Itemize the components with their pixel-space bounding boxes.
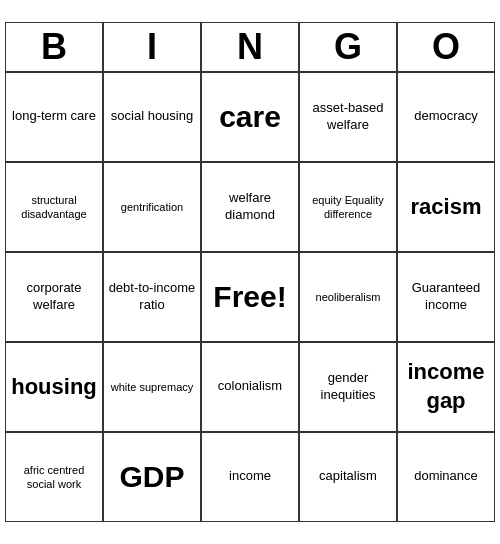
- bingo-cell: gentrification: [103, 162, 201, 252]
- bingo-cell: asset-based welfare: [299, 72, 397, 162]
- bingo-cell: gender inequities: [299, 342, 397, 432]
- bingo-cell: equity Equality difference: [299, 162, 397, 252]
- header-letter: G: [299, 22, 397, 72]
- bingo-grid: long-term caresocial housingcareasset-ba…: [5, 72, 495, 522]
- bingo-cell: debt-to-income ratio: [103, 252, 201, 342]
- header-letter: N: [201, 22, 299, 72]
- bingo-cell: racism: [397, 162, 495, 252]
- bingo-cell: income: [201, 432, 299, 522]
- bingo-cell: housing: [5, 342, 103, 432]
- header-letter: I: [103, 22, 201, 72]
- bingo-cell: Guaranteed income: [397, 252, 495, 342]
- bingo-cell: colonialism: [201, 342, 299, 432]
- bingo-cell: dominance: [397, 432, 495, 522]
- bingo-header: BINGO: [5, 22, 495, 72]
- header-letter: O: [397, 22, 495, 72]
- bingo-cell: capitalism: [299, 432, 397, 522]
- bingo-cell: income gap: [397, 342, 495, 432]
- bingo-cell: afric centred social work: [5, 432, 103, 522]
- bingo-card: BINGO long-term caresocial housingcareas…: [5, 22, 495, 522]
- bingo-row: long-term caresocial housingcareasset-ba…: [5, 72, 495, 162]
- bingo-cell: welfare diamond: [201, 162, 299, 252]
- header-letter: B: [5, 22, 103, 72]
- bingo-cell: structural disadvantage: [5, 162, 103, 252]
- bingo-cell: democracy: [397, 72, 495, 162]
- bingo-cell: corporate welfare: [5, 252, 103, 342]
- bingo-cell: social housing: [103, 72, 201, 162]
- bingo-cell: care: [201, 72, 299, 162]
- bingo-cell: neoliberalism: [299, 252, 397, 342]
- bingo-row: housingwhite supremacycolonialismgender …: [5, 342, 495, 432]
- bingo-cell: white supremacy: [103, 342, 201, 432]
- bingo-cell: GDP: [103, 432, 201, 522]
- bingo-row: afric centred social workGDPincomecapita…: [5, 432, 495, 522]
- bingo-cell: Free!: [201, 252, 299, 342]
- bingo-row: structural disadvantagegentrificationwel…: [5, 162, 495, 252]
- bingo-cell: long-term care: [5, 72, 103, 162]
- bingo-row: corporate welfaredebt-to-income ratioFre…: [5, 252, 495, 342]
